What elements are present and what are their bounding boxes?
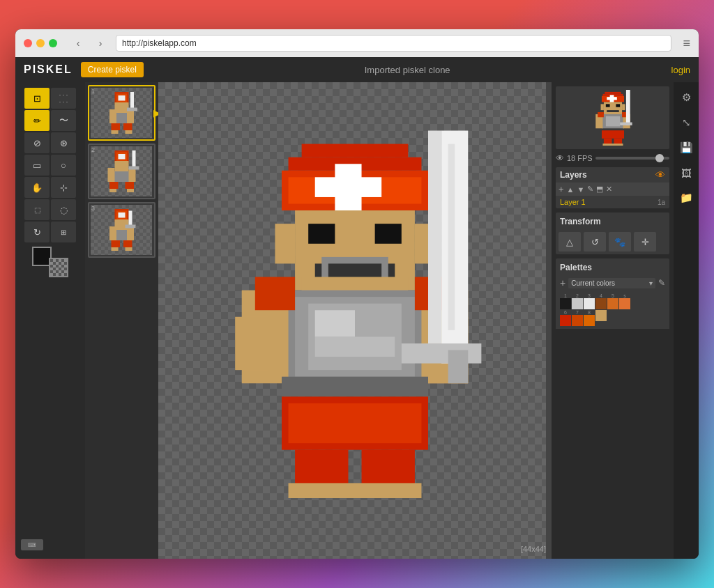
svg-rect-60 [235,317,268,370]
svg-rect-10 [125,130,132,134]
folder-icon[interactable]: 📁 [676,188,696,208]
layer-down-button[interactable]: ▼ [577,185,584,194]
palettes-header: Palettes [556,258,669,275]
palette-add-button[interactable]: + [560,277,565,288]
right-panel: 👁 18 FPS Layers 👁 + ▲ ▼ ✎ ⬒ ✕ [552,82,674,559]
color-swatch-s[interactable] [619,298,630,309]
login-button[interactable]: login [671,65,690,75]
svg-rect-9 [111,130,118,134]
svg-rect-8 [123,123,132,130]
frame-3-canvas [91,205,152,255]
palette-edit-icon[interactable]: ✎ [658,278,665,288]
svg-rect-76 [448,144,455,330]
maximize-button[interactable] [49,39,57,47]
canvas-area[interactable]: [44x44] [158,82,552,559]
fps-row: 👁 18 FPS [556,153,669,163]
background-color[interactable] [49,258,68,277]
flip-horizontal-button[interactable]: △ [559,232,581,252]
dropper-tool[interactable]: ⊹ [51,177,76,198]
circle-tool[interactable]: ○ [51,155,76,176]
layer-up-button[interactable]: ▲ [567,185,575,194]
svg-rect-47 [375,224,402,244]
back-button[interactable]: ‹ [68,36,88,51]
color-swatch-7[interactable] [572,315,583,326]
frame-2[interactable]: 2 [88,144,155,199]
rotate-button[interactable]: ↺ [584,232,606,252]
center-button[interactable]: ✛ [634,232,656,252]
svg-rect-28 [118,212,125,218]
svg-rect-11 [130,92,134,109]
flip-vertical-button[interactable]: 🐾 [609,232,631,252]
palette-selector[interactable]: Current colors ▾ [568,278,655,288]
browser-window: ‹ › http://piskelapp.com ≡ PISKEL Create… [15,29,699,559]
svg-rect-3 [114,102,128,115]
tool-row-select: ⬚ ◌ [18,199,82,220]
color-swatch-5[interactable] [607,298,618,309]
layer-delete-button[interactable]: ✕ [606,185,612,194]
settings-icon[interactable]: ⚙ [676,88,696,107]
svg-rect-35 [111,247,118,251]
svg-rect-81 [607,97,617,100]
create-piskel-button[interactable]: Create piskel [81,62,144,77]
svg-rect-77 [605,92,621,94]
resize-icon[interactable]: ⤡ [676,113,696,132]
pan-tool[interactable]: ✋ [24,177,50,198]
curve-tool[interactable]: 〜 [51,110,76,131]
layer-merge-button[interactable]: ⬒ [596,185,603,194]
pencil-tool[interactable]: ✏ [24,110,50,131]
eraser-tool[interactable]: ⊘ [24,132,50,153]
svg-rect-21 [125,182,134,189]
frame-1-canvas [91,88,152,138]
color-swatch-1[interactable] [560,298,571,309]
color-swatch-2[interactable] [572,298,583,309]
palette-row-1: 1 2 3 4 [560,293,665,309]
checker-tool[interactable]: ⊞ [51,222,76,242]
minimize-button[interactable] [36,39,45,47]
layer-1-name: Layer 1 [560,198,586,206]
sprite-select-tool[interactable]: ⊡ [24,88,50,109]
export-icon[interactable]: 🖼 [676,163,696,183]
color-swatch-9[interactable] [595,310,607,321]
layer-edit-button[interactable]: ✎ [587,185,593,194]
svg-rect-25 [128,167,139,170]
color-swatch-3[interactable] [584,298,595,309]
close-button[interactable] [24,39,32,47]
address-bar[interactable]: http://piskelapp.com [116,35,671,52]
color-swatch-4[interactable] [595,298,607,309]
fps-slider-thumb [655,154,664,162]
layer-1-row[interactable]: Layer 1 1a [556,196,669,208]
rect-select-tool[interactable]: ⬚ [24,199,50,220]
color-cell-s: s [619,293,630,309]
app-title: Imported piskel clone [152,65,663,75]
lasso-select-tool[interactable]: ◌ [51,199,76,220]
svg-rect-88 [622,104,625,110]
palette-colors: 1 2 3 4 [556,291,669,329]
svg-rect-65 [282,377,428,397]
rotate-tool[interactable]: ↻ [24,222,50,242]
frame-3[interactable]: 3 [88,202,155,258]
save-icon[interactable]: 💾 [676,138,696,157]
keyboard-shortcuts-button[interactable]: ⌨ [18,536,82,553]
svg-rect-34 [123,240,132,247]
svg-rect-19 [128,168,135,182]
fps-slider[interactable] [595,157,669,160]
rect-tool[interactable]: ▭ [24,155,50,176]
fill-tool[interactable]: ⊛ [51,132,76,153]
dot-tool[interactable]: · · ·· · · [51,88,76,109]
url-text: http://piskelapp.com [122,38,197,48]
menu-icon[interactable]: ≡ [683,36,690,51]
color-swatch-6[interactable] [560,315,571,326]
svg-rect-44 [315,177,381,197]
frame-2-canvas [91,146,152,196]
frame-3-sprite [102,209,141,251]
color-swatch-8[interactable] [584,315,595,326]
svg-rect-46 [308,224,335,244]
color-cell-7: 7 [572,310,583,326]
traffic-lights [24,39,57,47]
layer-add-button[interactable]: + [559,184,564,194]
frame-1[interactable]: 1 [88,85,155,141]
forward-button[interactable]: › [91,36,110,51]
layers-eye-icon[interactable]: 👁 [655,169,665,180]
right-icons-strip: ⚙ ⤡ 💾 🖼 📁 [674,82,699,559]
color-selector[interactable] [32,247,68,277]
